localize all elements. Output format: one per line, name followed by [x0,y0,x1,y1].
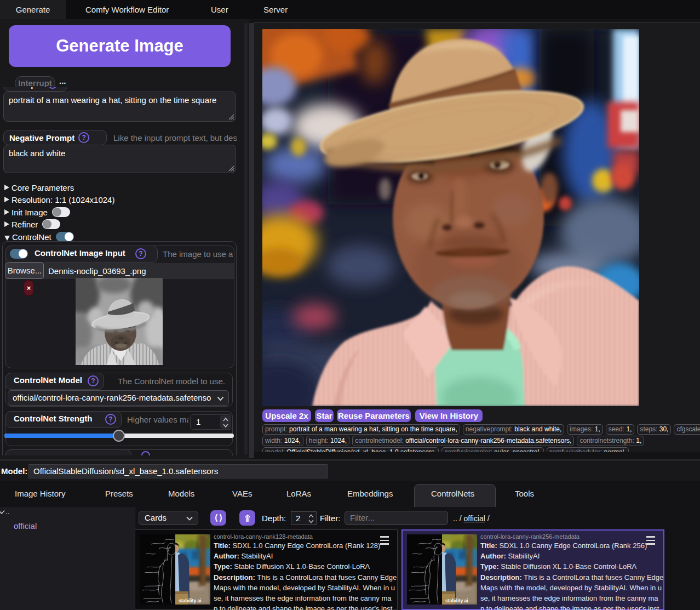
svg-text:stability ai: stability ai [179,598,202,603]
svg-text:stability ai: stability ai [445,598,468,603]
